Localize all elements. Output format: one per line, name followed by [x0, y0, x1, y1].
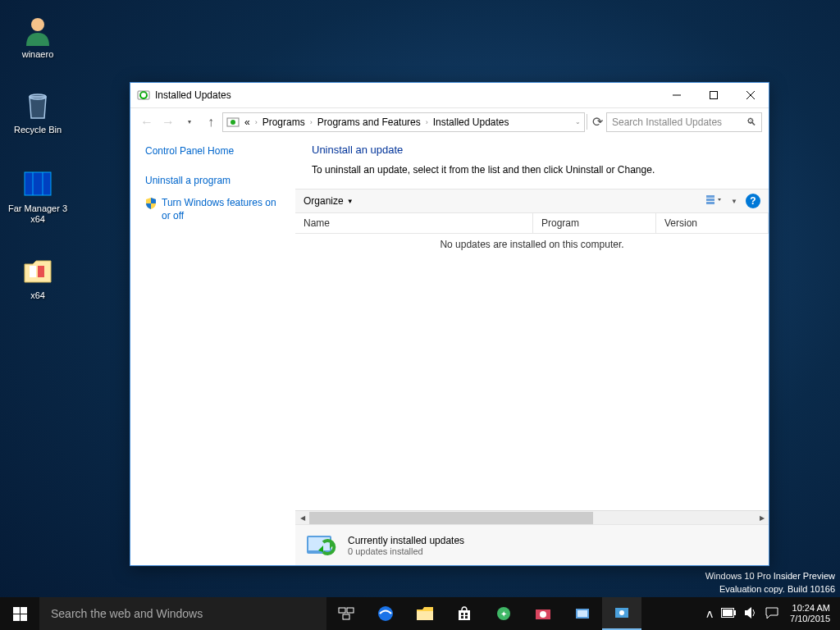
svg-rect-27 [417, 611, 433, 620]
taskbar-app-3[interactable] [563, 597, 602, 630]
breadcrumb-item[interactable]: Programs [259, 116, 308, 128]
maximize-button[interactable] [695, 83, 732, 107]
taskbar-app-1[interactable]: ✦ [484, 597, 523, 630]
scroll-left-button[interactable]: ◀ [295, 511, 309, 525]
minimize-button[interactable] [658, 83, 695, 107]
taskbar-edge[interactable] [366, 597, 405, 630]
svg-rect-29 [465, 613, 468, 615]
up-button[interactable]: ↑ [201, 112, 221, 132]
breadcrumb-overflow[interactable]: « [241, 116, 253, 128]
desktop-icon-farmanager[interactable]: Far Manager 3 x64 [7, 167, 69, 225]
desktop-icon-x64[interactable]: x64 [7, 254, 69, 301]
taskbar-clock[interactable]: 10:24 AM 7/10/2015 [787, 603, 833, 624]
forward-button[interactable]: → [158, 112, 178, 132]
control-panel-icon [226, 116, 240, 129]
sidebar: Control Panel Home Uninstall a program T… [130, 135, 294, 565]
tray-action-center-icon[interactable] [765, 607, 778, 621]
view-dropdown[interactable]: ▼ [731, 198, 737, 205]
desktop-icon-winaero[interactable]: winaero [7, 13, 69, 60]
page-heading: Uninstall an update [295, 144, 769, 164]
svg-rect-28 [461, 613, 463, 615]
empty-message: No updates are installed on this compute… [295, 234, 769, 255]
desktop-watermark: Windows 10 Pro Insider Preview Evaluatio… [705, 570, 835, 596]
svg-rect-15 [706, 199, 714, 201]
back-button[interactable]: ← [137, 112, 157, 132]
svg-rect-6 [38, 266, 44, 277]
breadcrumb-item[interactable]: Programs and Features [314, 116, 424, 128]
search-icon: 🔍︎ [746, 116, 756, 128]
recent-locations-button[interactable]: ▾ [180, 112, 199, 132]
task-view-button[interactable] [326, 597, 366, 630]
svg-rect-21 [13, 614, 20, 621]
svg-rect-20 [21, 607, 27, 614]
tray-battery-icon[interactable] [721, 607, 736, 620]
chevron-right-icon: › [426, 118, 428, 126]
tray-overflow-button[interactable]: ʌ [706, 607, 713, 620]
titlebar[interactable]: Installed Updates [130, 83, 769, 107]
updates-status-icon [305, 532, 338, 559]
list-header: Name Program Version [295, 213, 769, 234]
taskbar-file-explorer[interactable] [405, 597, 445, 630]
svg-rect-37 [578, 610, 587, 617]
window-title: Installed Updates [155, 89, 658, 101]
svg-point-35 [540, 611, 546, 618]
chevron-down-icon: ▼ [347, 198, 354, 205]
scroll-thumb[interactable] [309, 512, 593, 524]
desktop-icon-recyclebin[interactable]: Recycle Bin [7, 89, 69, 135]
svg-point-39 [619, 610, 624, 615]
svg-point-13 [231, 120, 235, 125]
svg-rect-22 [21, 614, 27, 621]
desktop-icon-label: Far Manager 3 x64 [7, 203, 69, 225]
taskbar: Search the web and Windows ✦ ʌ 10:24 AM … [0, 597, 840, 630]
recyclebin-icon [21, 89, 54, 121]
taskbar-store[interactable] [445, 597, 484, 630]
page-description: To uninstall an update, select it from t… [295, 164, 769, 189]
taskbar-control-panel[interactable] [602, 597, 641, 630]
chevron-right-icon: › [310, 118, 313, 126]
sidebar-control-panel-home[interactable]: Control Panel Home [145, 145, 286, 158]
svg-point-1 [30, 94, 46, 99]
content-pane: Uninstall an update To uninstall an upda… [294, 135, 769, 565]
updates-list[interactable]: Name Program Version No updates are inst… [295, 213, 769, 510]
tray-volume-icon[interactable] [744, 607, 757, 621]
close-button[interactable] [732, 83, 769, 107]
far-manager-icon [21, 167, 54, 200]
system-tray: ʌ 10:24 AM 7/10/2015 [700, 597, 840, 630]
column-name[interactable]: Name [295, 213, 533, 233]
search-input[interactable]: Search Installed Updates 🔍︎ [606, 112, 762, 132]
svg-rect-19 [13, 607, 20, 614]
desktop-icon-label: Recycle Bin [7, 125, 69, 135]
desktop[interactable]: winaero Recycle Bin Far Manager 3 x64 x6… [0, 0, 840, 630]
breadcrumb[interactable]: « › Programs › Programs and Features › I… [222, 112, 585, 132]
breadcrumb-dropdown[interactable]: ⌄ [575, 118, 581, 126]
svg-rect-25 [343, 614, 349, 619]
taskbar-app-2[interactable] [523, 597, 563, 630]
column-version[interactable]: Version [656, 213, 769, 233]
horizontal-scrollbar[interactable]: ◀ ▶ [295, 510, 769, 524]
folder-icon [21, 254, 54, 287]
svg-rect-42 [723, 609, 733, 616]
breadcrumb-item[interactable]: Installed Updates [430, 116, 513, 128]
refresh-button[interactable]: ⟳ [587, 114, 605, 130]
installed-updates-window: Installed Updates ← → ▾ ↑ « › Programs ›… [130, 82, 769, 566]
sidebar-windows-features[interactable]: Turn Windows features on or off [162, 197, 286, 222]
status-line1: Currently installed updates [348, 535, 464, 546]
toolbar: Organize ▼ ▼ ? [295, 189, 769, 213]
svg-rect-2 [25, 172, 51, 195]
taskbar-search-input[interactable]: Search the web and Windows [39, 597, 326, 630]
start-button[interactable] [0, 597, 39, 630]
svg-rect-16 [706, 202, 714, 204]
user-avatar-icon [21, 13, 54, 46]
svg-rect-31 [465, 616, 468, 619]
svg-point-0 [31, 18, 44, 31]
help-button[interactable]: ? [746, 194, 760, 208]
sidebar-uninstall-program[interactable]: Uninstall a program [145, 175, 286, 188]
svg-rect-41 [734, 610, 736, 615]
view-options-button[interactable] [706, 194, 723, 208]
scroll-right-button[interactable]: ▶ [755, 511, 769, 525]
desktop-icon-label: winaero [7, 49, 69, 60]
svg-rect-5 [30, 266, 36, 277]
organize-button[interactable]: Organize ▼ [304, 195, 354, 207]
column-program[interactable]: Program [533, 213, 656, 233]
desktop-icon-label: x64 [7, 290, 69, 301]
